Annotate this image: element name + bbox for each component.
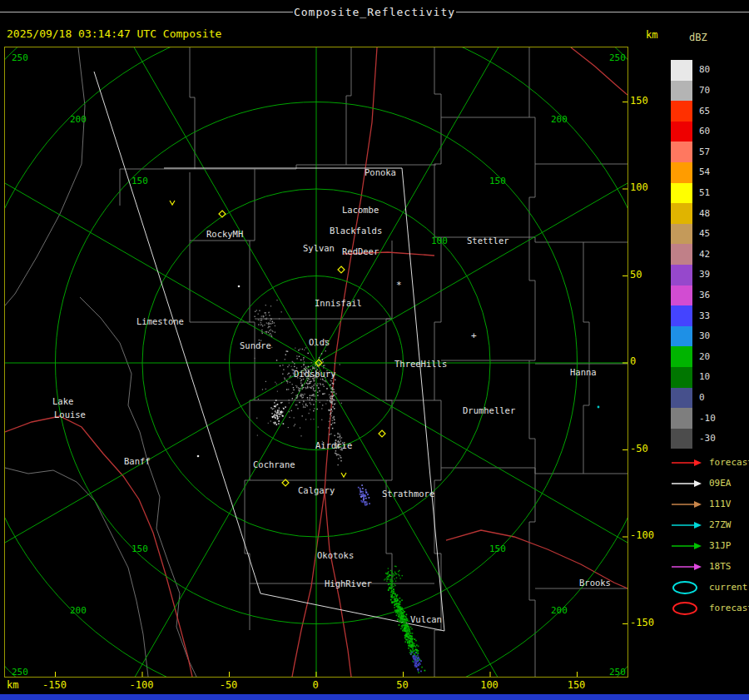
city-label-blackfalds: Blackfalds — [330, 226, 382, 236]
city-label-cochrane: Cochrane — [253, 459, 295, 469]
range-ring-label: 150 — [489, 176, 506, 186]
city-label-didsbury: Didsbury — [294, 369, 336, 379]
range-ring-label: 200 — [70, 605, 87, 616]
scale-value: -30 — [699, 433, 716, 444]
bottom-axis-label: 0 — [312, 679, 318, 691]
scale-value: 39 — [699, 269, 710, 280]
legend-label: 111V — [709, 499, 732, 509]
scale-swatch-0 — [671, 388, 692, 409]
legend-arrow-18TS: 18TS — [671, 556, 732, 577]
scale-swatch-65 — [671, 101, 692, 122]
legend-ellipse-current: current — [671, 577, 747, 598]
range-ring-label: 200 — [70, 114, 87, 125]
scale-swatch-10 — [671, 367, 692, 388]
scale-swatch-45 — [671, 224, 692, 245]
city-label-drumheller: Drumheller — [463, 405, 515, 415]
scale-value: 70 — [699, 85, 710, 96]
scale-swatch-20 — [671, 346, 692, 367]
scale-value: 57 — [699, 146, 710, 157]
radar-map-canvas[interactable]: 250200150250200150100250200150250200150*… — [5, 47, 627, 677]
scale-swatch-39 — [671, 265, 692, 285]
right-axis-label: 150 — [630, 95, 648, 107]
city-label-strathmore: Strathmore — [382, 489, 434, 499]
scale-swatch-48 — [671, 203, 692, 224]
scale-value: -10 — [699, 413, 716, 424]
legend-arrow-forecast: forecast — [671, 452, 749, 473]
city-label-limestone: Limestone — [136, 316, 184, 326]
city-label-stettler: Stettler — [467, 236, 509, 246]
arrow-icon — [671, 541, 702, 551]
chevron-marker-icon — [170, 201, 175, 205]
range-ring-label: 200 — [551, 114, 568, 125]
map-glyph-marker: * — [396, 280, 402, 290]
scale-swatch-54 — [671, 162, 692, 183]
city-label-hanna: Hanna — [570, 367, 597, 377]
scale-value: 0 — [699, 392, 705, 403]
range-ring-label: 150 — [131, 176, 148, 186]
bottom-axis-label: -100 — [130, 679, 154, 691]
range-ring-label: 100 — [431, 236, 448, 246]
scale-value: 33 — [699, 310, 710, 321]
city-label-reddeer: RedDeer — [342, 246, 379, 256]
radar-site-diamond-icon — [338, 266, 345, 273]
scale-value: 65 — [699, 106, 710, 117]
window-title: Composite_Reflectivity — [0, 6, 749, 18]
range-ring-label: 250 — [12, 52, 28, 63]
ellipse-icon — [671, 580, 702, 595]
range-ring-label: 150 — [131, 544, 148, 554]
bottom-axis-unit: km — [7, 679, 18, 691]
city-label-okotoks: Okotoks — [317, 550, 354, 560]
scale-swatch-70 — [671, 81, 692, 102]
scale-swatch--30 — [671, 429, 692, 449]
right-axis-label: 0 — [630, 355, 636, 367]
scale-value: 36 — [699, 290, 710, 300]
legend-label: 31JP — [709, 540, 732, 551]
scale-value: 54 — [699, 166, 710, 177]
legend-arrow-31JP: 31JP — [671, 535, 732, 556]
right-axis-unit: km — [646, 29, 657, 41]
legend-arrow-09EA: 09EA — [671, 473, 732, 494]
timestamp: 2025/09/18 03:14:47 UTC Composite — [7, 27, 221, 40]
city-label-brooks: Brooks — [579, 578, 611, 588]
scale-swatch-33 — [671, 305, 692, 326]
city-label-vulcan: Vulcan — [410, 614, 442, 624]
legend-label: 18TS — [709, 561, 732, 572]
legend-label: 09EA — [709, 478, 732, 489]
right-axis-label: 100 — [630, 181, 648, 193]
scale-title: dBZ — [689, 32, 707, 43]
scale-swatch--10 — [671, 408, 692, 429]
city-label-highriver: HighRiver — [325, 578, 372, 588]
range-ring-label: 150 — [489, 544, 506, 554]
scale-swatch-36 — [671, 285, 692, 306]
city-label-olds: Olds — [309, 337, 330, 347]
legend-label: current — [709, 582, 747, 593]
city-label-sylvan: Sylvan — [303, 243, 335, 253]
range-ring-label: 200 — [551, 605, 568, 616]
scale-swatch-57 — [671, 141, 692, 162]
scale-value: 60 — [699, 126, 710, 137]
radar-map[interactable]: 250200150250200150100250200150250200150*… — [4, 47, 628, 678]
scale-value: 45 — [699, 228, 710, 239]
legend-label: forecast — [709, 457, 749, 468]
arrow-icon — [671, 520, 702, 530]
bottom-axis-label: 150 — [568, 679, 586, 691]
scale-value: 80 — [699, 64, 710, 75]
scale-swatch-80 — [671, 60, 692, 81]
scale-value: 42 — [699, 249, 710, 260]
city-label-airdrie: Airdrie — [315, 440, 352, 450]
status-bar-strip — [0, 694, 749, 700]
right-axis-label: -150 — [630, 617, 654, 628]
scale-value: 30 — [699, 330, 710, 341]
legend-label: forecast — [709, 603, 749, 613]
scale-swatch-30 — [671, 326, 692, 347]
scale-swatch-42 — [671, 244, 692, 265]
bottom-axis-label: 100 — [480, 679, 499, 691]
city-label-threehills: ThreeHills — [394, 359, 447, 369]
city-label-lake: Lake — [52, 396, 73, 406]
scale-value: 48 — [699, 208, 710, 219]
radar-site-diamond-icon — [379, 430, 385, 437]
chevron-marker-icon — [341, 473, 346, 477]
right-axis-label: -100 — [630, 529, 654, 541]
scale-swatch-51 — [671, 183, 692, 204]
city-label-banff: Banff — [124, 456, 151, 466]
